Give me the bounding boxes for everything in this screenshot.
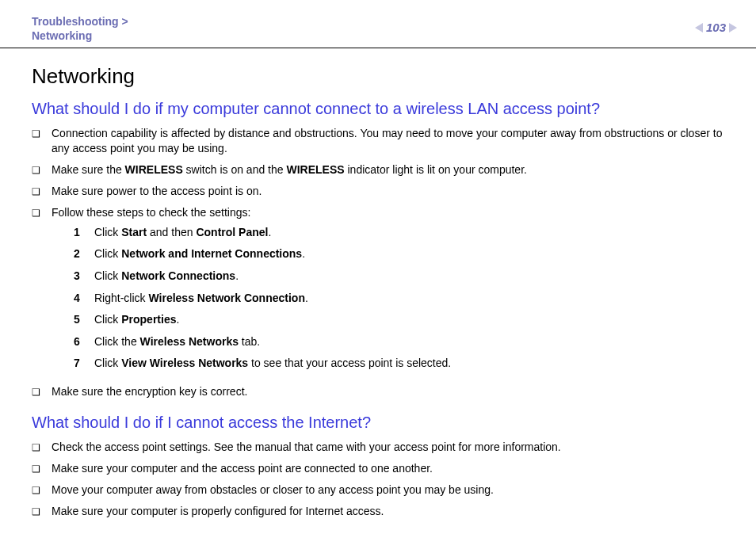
section-heading: What should I do if my computer cannot c… [32, 100, 724, 118]
section-heading: What should I do if I cannot access the … [32, 414, 724, 432]
step-item: Click Network Connections. [74, 269, 451, 284]
square-bullet-icon: ❑ [32, 386, 40, 399]
step-list: Click Start and then Control Panel.Click… [52, 225, 451, 372]
step-text: Click Network and Internet Connections. [94, 246, 305, 262]
list-item-body: Check the access point settings. See the… [52, 440, 561, 455]
breadcrumb: Troubleshooting > Networking [32, 14, 128, 43]
step-text: Click the Wireless Networks tab. [94, 334, 260, 350]
bullet-list: ❑Connection capability is affected by di… [32, 126, 724, 399]
page-title: Networking [32, 64, 724, 89]
square-bullet-icon: ❑ [32, 128, 40, 140]
step-item: Click Network and Internet Connections. [74, 246, 451, 262]
list-item-text: Make sure your computer and the access p… [52, 461, 433, 476]
list-item: ❑Make sure the encryption key is correct… [32, 384, 724, 399]
step-item: Click Start and then Control Panel. [74, 225, 451, 241]
prev-page-icon[interactable] [695, 23, 703, 32]
list-item-body: Make sure your computer and the access p… [52, 461, 433, 476]
page-number: 103 [706, 21, 726, 34]
page-header: Troubleshooting > Networking 103 [0, 0, 756, 48]
list-item-body: Follow these steps to check the settings… [52, 205, 451, 378]
list-item-text: Make sure the WIRELESS switch is on and … [52, 162, 527, 177]
bullet-list: ❑Check the access point settings. See th… [32, 440, 724, 519]
step-text: Click Network Connections. [94, 269, 239, 284]
list-item: ❑Make sure your computer and the access … [32, 461, 724, 476]
square-bullet-icon: ❑ [32, 484, 40, 497]
step-item: Click the Wireless Networks tab. [74, 334, 451, 350]
list-item-text: Make sure power to the access point is o… [52, 184, 262, 199]
list-item-text: Move your computer away from obstacles o… [52, 483, 494, 498]
list-item-body: Move your computer away from obstacles o… [52, 483, 494, 498]
step-text: Click Start and then Control Panel. [94, 225, 271, 241]
step-text: Click Properties. [94, 312, 179, 328]
list-item-text: Connection capability is affected by dis… [52, 126, 724, 156]
list-item: ❑Move your computer away from obstacles … [32, 483, 724, 498]
page-content: Networking What should I do if my comput… [0, 48, 756, 534]
list-item: ❑Check the access point settings. See th… [32, 440, 724, 455]
list-item: ❑Make sure power to the access point is … [32, 184, 724, 199]
list-item-body: Make sure the WIRELESS switch is on and … [52, 162, 527, 177]
square-bullet-icon: ❑ [32, 164, 40, 177]
square-bullet-icon: ❑ [32, 441, 40, 454]
list-item-text: Check the access point settings. See the… [52, 440, 561, 455]
list-item-body: Connection capability is affected by dis… [52, 126, 724, 156]
square-bullet-icon: ❑ [32, 505, 40, 518]
list-item: ❑Connection capability is affected by di… [32, 126, 724, 156]
square-bullet-icon: ❑ [32, 185, 40, 198]
list-item-body: Make sure the encryption key is correct. [52, 384, 247, 399]
list-item-text: Follow these steps to check the settings… [52, 205, 451, 220]
list-item: ❑Make sure the WIRELESS switch is on and… [32, 162, 724, 177]
list-item: ❑Make sure your computer is properly con… [32, 504, 724, 519]
step-item: Click Properties. [74, 312, 451, 328]
square-bullet-icon: ❑ [32, 463, 40, 475]
step-item: Click View Wireless Networks to see that… [74, 356, 451, 372]
step-text: Right-click Wireless Network Connection. [94, 291, 308, 307]
list-item: ❑Follow these steps to check the setting… [32, 205, 724, 378]
step-text: Click View Wireless Networks to see that… [94, 356, 451, 372]
list-item-text: Make sure your computer is properly conf… [52, 504, 384, 519]
list-item-body: Make sure power to the access point is o… [52, 184, 262, 199]
square-bullet-icon: ❑ [32, 207, 40, 219]
page-nav: 103 [695, 21, 737, 34]
list-item-text: Make sure the encryption key is correct. [52, 384, 247, 399]
breadcrumb-line2: Networking [32, 29, 128, 43]
step-item: Right-click Wireless Network Connection. [74, 291, 451, 307]
list-item-body: Make sure your computer is properly conf… [52, 504, 384, 519]
breadcrumb-line1: Troubleshooting > [32, 14, 128, 29]
next-page-icon[interactable] [729, 23, 737, 32]
